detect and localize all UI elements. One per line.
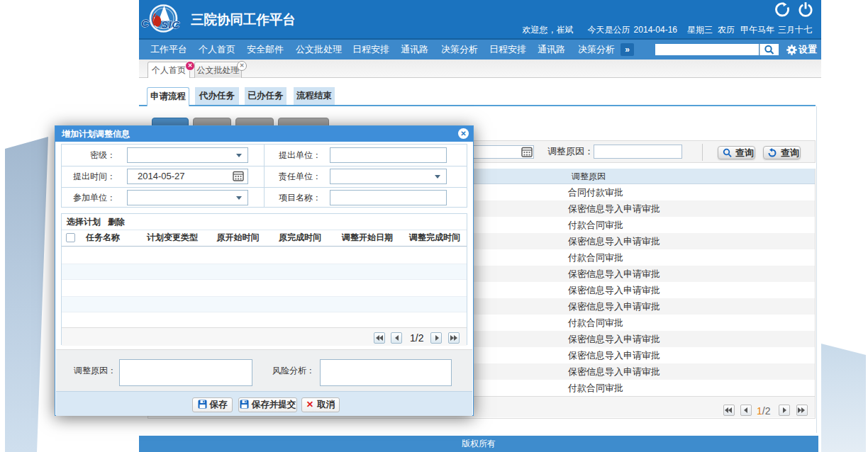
svg-text:C: C	[141, 17, 150, 29]
svg-text:SIC: SIC	[161, 18, 180, 30]
